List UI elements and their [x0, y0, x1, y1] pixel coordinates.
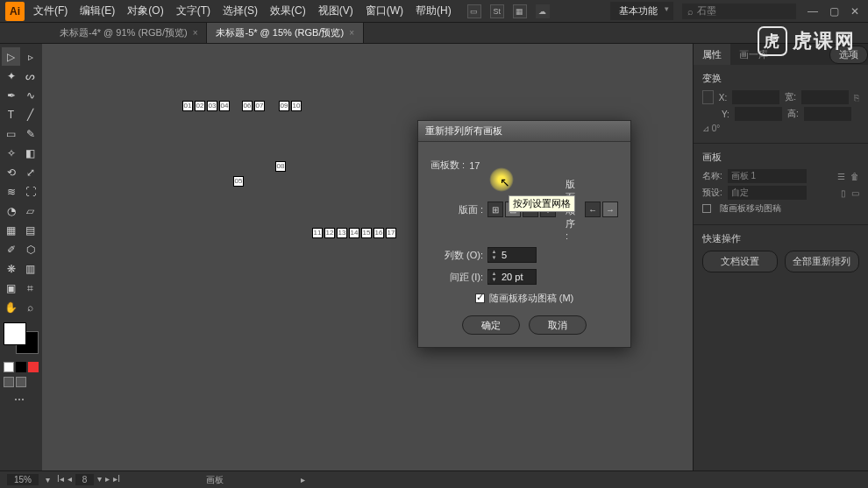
- slice-tool[interactable]: ⌗: [21, 279, 39, 297]
- scale-tool[interactable]: ⤢: [21, 163, 39, 181]
- order-rtl-button[interactable]: →: [602, 202, 618, 217]
- graph-tool[interactable]: ▥: [21, 259, 39, 278]
- nav-last-icon[interactable]: ▸I: [113, 474, 120, 485]
- stock-icon[interactable]: St: [490, 4, 504, 18]
- rearrange-all-button[interactable]: 全部重新排列: [785, 251, 860, 272]
- ab-name-input[interactable]: [728, 169, 807, 183]
- symbol-sprayer-tool[interactable]: ❋: [2, 259, 20, 278]
- color-swatch[interactable]: [4, 322, 39, 354]
- eyedropper-tool[interactable]: ✐: [2, 240, 20, 258]
- artboard-01[interactable]: 01: [182, 101, 193, 111]
- move-artwork-checkbox[interactable]: [475, 294, 485, 303]
- menu-effect[interactable]: 效果(C): [270, 4, 306, 18]
- ab-preset-input[interactable]: [728, 186, 807, 200]
- pen-tool[interactable]: ✒: [2, 86, 20, 104]
- type-tool[interactable]: T: [2, 105, 20, 124]
- minimize-button[interactable]: —: [805, 5, 821, 18]
- lasso-tool[interactable]: ᔕ: [21, 67, 39, 85]
- artboard-17[interactable]: 17: [386, 228, 396, 238]
- menu-select[interactable]: 选择(S): [223, 4, 258, 18]
- layout-grid-row-button[interactable]: ⊞: [487, 202, 503, 217]
- width-tool[interactable]: ≋: [2, 182, 20, 201]
- nav-next-icon[interactable]: ▸: [105, 474, 110, 485]
- ab-delete-icon[interactable]: 🗑: [850, 172, 859, 181]
- menu-window[interactable]: 窗口(W): [366, 4, 403, 18]
- spacing-input[interactable]: [499, 272, 536, 282]
- hand-tool[interactable]: ✋: [2, 298, 20, 316]
- panel-tab-properties[interactable]: 属性: [694, 44, 730, 65]
- artboard-04[interactable]: 04: [219, 101, 230, 111]
- menu-type[interactable]: 文字(T): [176, 4, 210, 18]
- order-ltr-button[interactable]: ←: [585, 202, 601, 217]
- line-tool[interactable]: ╱: [21, 105, 39, 124]
- cols-spinner[interactable]: ▲▼: [487, 247, 537, 263]
- artboard-13[interactable]: 13: [337, 228, 347, 238]
- fill-color[interactable]: [4, 322, 26, 345]
- artboard-16[interactable]: 16: [374, 228, 384, 238]
- zoom-field[interactable]: 15%: [7, 474, 39, 485]
- magic-wand-tool[interactable]: ✦: [2, 67, 20, 85]
- eraser-tool[interactable]: ◧: [21, 144, 39, 162]
- artboard-03[interactable]: 03: [207, 101, 217, 111]
- mesh-tool[interactable]: ▦: [2, 221, 20, 239]
- free-transform-tool[interactable]: ⛶: [21, 182, 39, 201]
- ref-point-icon[interactable]: [702, 90, 714, 104]
- cols-input[interactable]: [499, 250, 536, 260]
- blend-tool[interactable]: ⬡: [21, 240, 39, 258]
- selection-tool[interactable]: ▷: [2, 47, 20, 66]
- nav-dropdown-icon[interactable]: ▾: [97, 474, 102, 485]
- menu-object[interactable]: 对象(O): [127, 4, 163, 18]
- nav-prev-icon[interactable]: ◂: [68, 474, 72, 485]
- ab-options-icon[interactable]: ☰: [837, 172, 845, 181]
- menu-edit[interactable]: 编辑(E): [80, 4, 115, 18]
- curvature-tool[interactable]: ∿: [21, 86, 39, 104]
- rotate-tool[interactable]: ⟲: [2, 163, 20, 181]
- ab-move-checkbox[interactable]: [702, 204, 711, 213]
- artboard-12[interactable]: 12: [324, 228, 335, 238]
- spacing-spinner[interactable]: ▲▼: [487, 269, 537, 285]
- artboard-14[interactable]: 14: [349, 228, 359, 238]
- color-mode-fill[interactable]: [4, 362, 14, 372]
- x-input[interactable]: [732, 90, 779, 104]
- artboard-index[interactable]: 8: [75, 474, 95, 485]
- paintbrush-tool[interactable]: ✎: [21, 124, 39, 143]
- edit-toolbar[interactable]: ⋯: [2, 390, 37, 408]
- artboard-08[interactable]: 08: [275, 161, 286, 172]
- workspace-dropdown[interactable]: 基本功能: [610, 2, 673, 20]
- link-icon[interactable]: ⎘: [854, 93, 859, 103]
- h-input[interactable]: [804, 107, 851, 121]
- artboard-07[interactable]: 07: [254, 101, 265, 111]
- artboard-05[interactable]: 05: [233, 176, 244, 187]
- cloud-icon[interactable]: ☁: [536, 4, 550, 18]
- color-mode-gradient[interactable]: [16, 362, 26, 372]
- artboard-10[interactable]: 10: [291, 101, 302, 111]
- search-input[interactable]: ⌕ 石墨: [682, 4, 796, 19]
- perspective-tool[interactable]: ▱: [21, 202, 39, 220]
- artboard-11[interactable]: 11: [312, 228, 323, 238]
- ab-orient-v-icon[interactable]: ▯: [841, 188, 846, 198]
- maximize-button[interactable]: ▢: [826, 5, 842, 18]
- shaper-tool[interactable]: ✧: [2, 144, 20, 162]
- close-tab-icon[interactable]: ×: [193, 28, 198, 38]
- artboard-02[interactable]: 02: [195, 101, 205, 111]
- zoom-dropdown-icon[interactable]: ▾: [46, 475, 50, 484]
- w-input[interactable]: [801, 90, 849, 104]
- menu-file[interactable]: 文件(F): [33, 4, 68, 18]
- artboard-15[interactable]: 15: [361, 228, 372, 238]
- doc-tab-1[interactable]: 未标题-4* @ 91% (RGB/预览) ×: [51, 23, 207, 43]
- ok-button[interactable]: 确定: [462, 315, 520, 335]
- direct-selection-tool[interactable]: ▹: [21, 47, 39, 66]
- cancel-button[interactable]: 取消: [529, 315, 587, 335]
- doc-tab-2[interactable]: 未标题-5* @ 15% (RGB/预览) ×: [207, 23, 363, 43]
- menu-view[interactable]: 视图(V): [318, 4, 353, 18]
- menu-help[interactable]: 帮助(H): [416, 4, 452, 18]
- nav-first-icon[interactable]: I◂: [57, 474, 64, 485]
- artboard-tool[interactable]: ▣: [2, 279, 20, 297]
- shape-builder-tool[interactable]: ◔: [2, 202, 20, 220]
- ab-orient-h-icon[interactable]: ▭: [851, 188, 859, 198]
- doc-setup-button[interactable]: 文档设置: [702, 251, 778, 272]
- screen-mode-normal[interactable]: [4, 377, 14, 387]
- arrange-icon[interactable]: ▦: [513, 4, 527, 18]
- color-mode-none[interactable]: [28, 362, 39, 372]
- close-tab-icon[interactable]: ×: [349, 28, 354, 38]
